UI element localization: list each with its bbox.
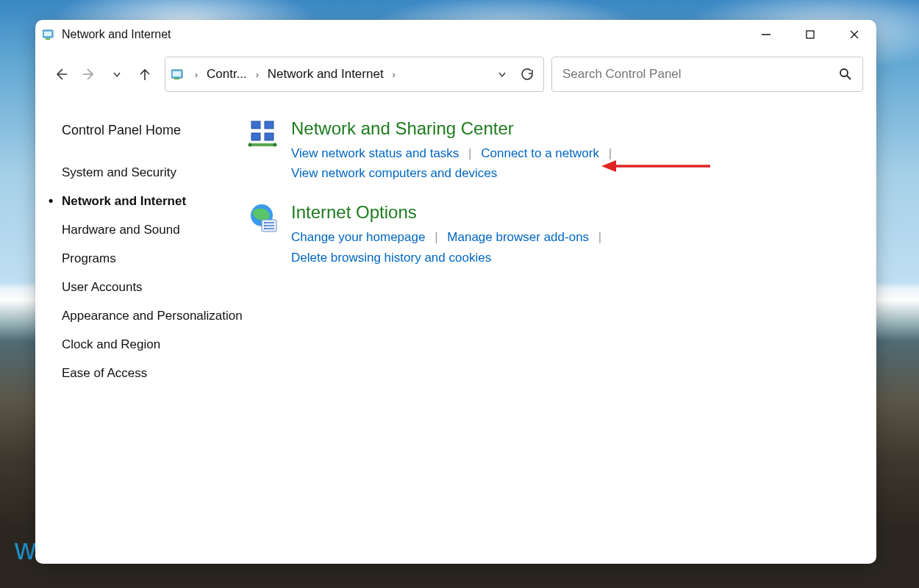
chevron-right-icon[interactable]: › (190, 69, 202, 80)
window-body: Control Panel Home System and Security N… (35, 105, 876, 564)
nav-forward-button[interactable] (76, 62, 101, 87)
internet-options-icon (246, 202, 282, 239)
close-button[interactable] (832, 20, 876, 49)
delete-browsing-history-link[interactable]: Delete browsing history and cookies (291, 251, 491, 265)
search-box[interactable] (551, 57, 863, 92)
nav-buttons (49, 62, 157, 87)
connect-to-network-link[interactable]: Connect to a network (481, 146, 599, 160)
sidebar-item-appearance-personalization[interactable]: Appearance and Personalization (62, 302, 246, 331)
svg-rect-10 (173, 71, 181, 76)
sidebar-item-hardware-sound[interactable]: Hardware and Sound (62, 216, 246, 245)
nav-back-button[interactable] (49, 62, 74, 87)
network-sharing-center-link[interactable]: Network and Sharing Center (291, 118, 514, 139)
titlebar: Network and Internet (35, 20, 876, 49)
internet-options-link[interactable]: Internet Options (291, 202, 417, 223)
svg-rect-17 (265, 133, 273, 140)
minimize-button[interactable] (744, 20, 788, 49)
svg-point-26 (264, 222, 265, 223)
window-controls (744, 20, 876, 49)
svg-rect-11 (174, 78, 179, 79)
svg-point-27 (264, 225, 265, 226)
sidebar-item-ease-of-access[interactable]: Ease of Access (62, 359, 246, 388)
sidebar-item-network-internet[interactable]: Network and Internet (62, 187, 246, 216)
address-bar[interactable]: › Contr... › Network and Internet › (165, 57, 544, 92)
divider: | (462, 146, 477, 160)
sidebar-item-user-accounts[interactable]: User Accounts (62, 273, 246, 302)
search-icon[interactable] (837, 68, 854, 81)
control-panel-icon (43, 29, 56, 40)
svg-point-19 (248, 143, 252, 147)
control-panel-home-link[interactable]: Control Panel Home (62, 123, 246, 138)
svg-line-13 (847, 76, 851, 79)
main-content: Network and Sharing Center View network … (246, 118, 876, 564)
view-network-computers-link[interactable]: View network computers and devices (291, 166, 497, 180)
change-homepage-link[interactable]: Change your homepage (291, 230, 425, 244)
address-history-dropdown[interactable] (490, 68, 514, 80)
svg-point-12 (840, 69, 848, 76)
divider: | (603, 146, 618, 160)
maximize-button[interactable] (788, 20, 832, 49)
sidebar: Control Panel Home System and Security N… (62, 118, 246, 564)
breadcrumb-icon (171, 68, 186, 81)
svg-rect-2 (46, 38, 50, 40)
chevron-right-icon[interactable]: › (251, 69, 263, 80)
window-title: Network and Internet (62, 28, 171, 41)
refresh-button[interactable] (515, 67, 539, 82)
section-network-sharing-center: Network and Sharing Center View network … (246, 118, 854, 183)
divider: | (429, 230, 443, 244)
svg-rect-1 (44, 32, 51, 36)
manage-addons-link[interactable]: Manage browser add-ons (447, 230, 589, 244)
nav-recent-dropdown[interactable] (104, 62, 129, 87)
view-network-status-link[interactable]: View network status and tasks (291, 146, 459, 160)
section-internet-options: Internet Options Change your homepage | … (246, 202, 854, 267)
svg-rect-14 (251, 121, 260, 129)
chevron-right-icon[interactable]: › (388, 69, 400, 80)
sidebar-item-programs[interactable]: Programs (62, 245, 246, 273)
svg-point-28 (264, 228, 265, 229)
sidebar-category-list: System and Security Network and Internet… (62, 159, 246, 388)
nav-toolbar: › Contr... › Network and Internet › (35, 49, 876, 105)
control-panel-window: Network and Internet (35, 20, 876, 564)
sidebar-item-clock-region[interactable]: Clock and Region (62, 331, 246, 359)
nav-up-button[interactable] (132, 62, 157, 87)
svg-rect-16 (251, 133, 260, 140)
search-input[interactable] (561, 66, 837, 82)
divider: | (593, 230, 607, 244)
sidebar-item-system-security[interactable]: System and Security (62, 159, 246, 187)
network-sharing-icon (246, 118, 282, 155)
breadcrumb-control-panel[interactable]: Contr... (204, 67, 250, 82)
svg-rect-4 (807, 31, 814, 38)
svg-rect-15 (265, 121, 273, 129)
svg-point-20 (273, 143, 277, 147)
breadcrumb-network-internet[interactable]: Network and Internet (265, 67, 387, 82)
